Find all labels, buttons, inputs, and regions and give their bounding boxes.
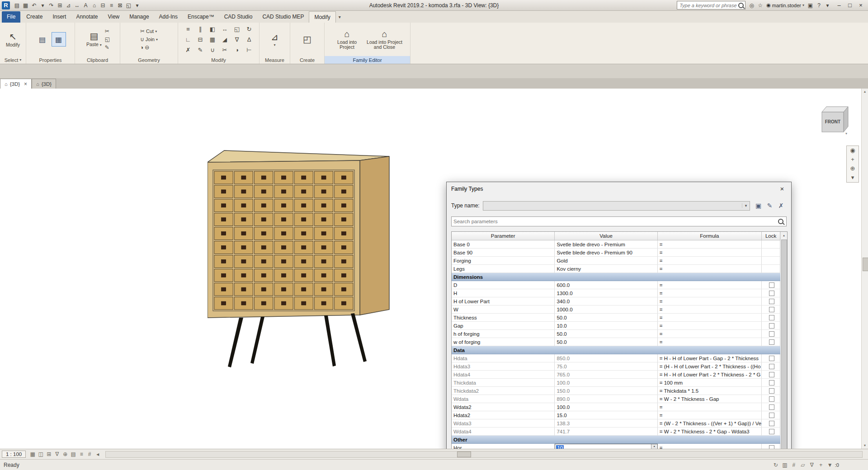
scroll-up-icon[interactable]: ▴ bbox=[864, 89, 866, 95]
parameter-formula[interactable]: = bbox=[658, 281, 762, 289]
app-store-icon[interactable]: ▣ bbox=[806, 1, 815, 9]
panel-label-modify[interactable]: Modify bbox=[178, 56, 259, 64]
column-header-parameter[interactable]: Parameter bbox=[452, 232, 555, 240]
parameter-value[interactable]: 15.0 bbox=[555, 411, 657, 419]
lock-checkbox[interactable] bbox=[769, 307, 774, 312]
parameter-formula[interactable]: = bbox=[658, 314, 762, 322]
grid-icon[interactable]: # bbox=[85, 451, 94, 457]
search-parameters-icon[interactable] bbox=[778, 219, 783, 224]
panel-label-clipboard[interactable]: Clipboard bbox=[75, 56, 120, 64]
scrollbar-thumb[interactable] bbox=[863, 258, 868, 271]
parameter-value[interactable]: 50.0 bbox=[555, 338, 657, 346]
paint-icon[interactable]: ◑ bbox=[140, 44, 143, 51]
parameter-value[interactable]: 850.0 bbox=[555, 354, 657, 362]
measure-button[interactable]: ⊿ ▾ bbox=[261, 32, 288, 47]
zoom-icon[interactable]: ⊕ bbox=[850, 165, 855, 172]
communication-center-icon[interactable]: ◎ bbox=[747, 1, 756, 9]
close-hidden-windows-icon[interactable]: ⊠ bbox=[116, 1, 124, 9]
parameter-value[interactable]: 100.0 bbox=[555, 379, 657, 387]
trim-extend-icon[interactable]: ∟ bbox=[182, 34, 194, 44]
parameter-formula[interactable]: = bbox=[658, 265, 762, 273]
ribbon-tab-add-ins[interactable]: Add-Ins bbox=[154, 11, 183, 23]
scroll-left-icon[interactable]: ◂ bbox=[94, 451, 102, 457]
paste-button[interactable]: ▤ Paste ▾ bbox=[85, 31, 103, 47]
search-icon[interactable] bbox=[738, 3, 744, 8]
dialog-close-button[interactable]: × bbox=[777, 184, 788, 193]
parameter-search-input[interactable] bbox=[452, 218, 778, 225]
parameter-value[interactable]: 1300.0 bbox=[555, 289, 657, 297]
lock-checkbox[interactable] bbox=[769, 323, 774, 329]
parameter-formula[interactable]: = bbox=[658, 297, 762, 306]
scale-icon[interactable]: ◢ bbox=[219, 34, 231, 44]
switch-windows-icon[interactable]: ◱ bbox=[124, 1, 133, 9]
save-icon[interactable]: ▦ bbox=[21, 1, 30, 9]
main-model-icon[interactable]: ⊞ bbox=[45, 451, 53, 457]
copy-icon[interactable]: ◱ bbox=[231, 24, 243, 34]
parameter-formula[interactable]: = 100 mm bbox=[658, 379, 762, 387]
design-options-icon[interactable]: ◫ bbox=[37, 451, 45, 457]
value-spinner[interactable]: ▴▾ bbox=[651, 444, 657, 449]
constraints-icon[interactable]: ≡ bbox=[77, 451, 85, 457]
select-links-toggle-icon[interactable]: # bbox=[790, 462, 798, 468]
type-name-combobox[interactable]: ▾ bbox=[483, 201, 750, 211]
parameter-formula[interactable]: = bbox=[658, 306, 762, 314]
drag-on-selection-icon[interactable]: + bbox=[817, 462, 825, 468]
close-button[interactable]: × bbox=[855, 1, 866, 10]
worksets-icon[interactable]: ▦ bbox=[28, 451, 37, 457]
parameter-formula[interactable]: = H - H of Lower Part - 2 * Thickness - … bbox=[658, 371, 762, 379]
parameter-value[interactable]: 100.0 bbox=[555, 403, 657, 411]
offset-icon[interactable]: ∥ bbox=[194, 24, 206, 34]
ribbon-tab-create[interactable]: Create bbox=[21, 11, 47, 23]
parameter-formula[interactable]: = H - H of Lower Part - Gap - 2 * Thickn… bbox=[658, 354, 762, 362]
lock-checkbox[interactable] bbox=[769, 299, 774, 304]
column-header-value[interactable]: Value bbox=[555, 232, 657, 240]
panel-label-select[interactable]: Select▾ bbox=[0, 56, 26, 64]
mirror-icon[interactable]: ◧ bbox=[207, 24, 218, 34]
match-type-icon[interactable]: ✎ bbox=[105, 44, 109, 51]
default-3d-view-icon[interactable]: ⌂ bbox=[90, 1, 99, 9]
undo-menu-icon[interactable]: ▾ bbox=[38, 1, 47, 9]
keynote-icon[interactable]: ▤ bbox=[69, 451, 77, 457]
viewcube-menu-icon[interactable]: ▾ bbox=[845, 132, 847, 136]
extend-icon[interactable]: ⊢ bbox=[243, 45, 255, 55]
navigation-bar[interactable]: ◉+⊕▾ bbox=[846, 146, 859, 183]
parameter-value[interactable]: 890.0 bbox=[555, 395, 657, 403]
favorites-icon[interactable]: ☆ bbox=[756, 1, 764, 9]
pan-icon[interactable]: + bbox=[851, 156, 854, 163]
thin-lines-icon[interactable]: ≡ bbox=[107, 1, 116, 9]
spinner-up-icon[interactable]: ▴ bbox=[654, 445, 655, 448]
snap-icon[interactable]: ⊕ bbox=[61, 451, 69, 457]
cabinet-3d-model[interactable] bbox=[208, 150, 390, 372]
scrollbar-thumb[interactable] bbox=[781, 240, 787, 449]
measure-icon[interactable]: ⊿ bbox=[64, 1, 73, 9]
dialog-title-bar[interactable]: Family Types × bbox=[447, 182, 791, 195]
minimize-button[interactable]: – bbox=[834, 1, 844, 10]
scroll-up-icon[interactable]: ▴ bbox=[781, 232, 787, 239]
viewcube[interactable]: FRONT ▾ bbox=[816, 103, 849, 136]
ribbon-tab-cad-studio[interactable]: CAD Studio bbox=[219, 11, 258, 23]
copy-icon[interactable]: ◱ bbox=[105, 36, 110, 42]
worksharing-icon[interactable]: ▥ bbox=[781, 462, 789, 468]
table-vertical-scrollbar[interactable]: ▴ ▾ bbox=[780, 232, 787, 449]
parameter-value[interactable]: 741.7 bbox=[555, 428, 657, 436]
lock-checkbox[interactable] bbox=[769, 356, 774, 361]
cut-geometry-button[interactable]: ✂ Cut ▾ bbox=[140, 28, 158, 35]
scroll-down-icon[interactable]: ▾ bbox=[864, 442, 866, 449]
panel-label-properties[interactable]: Properties bbox=[26, 56, 75, 64]
parameter-formula[interactable]: = bbox=[658, 257, 762, 265]
demolish-icon[interactable]: ⊖ bbox=[145, 44, 149, 51]
help-icon[interactable]: ? bbox=[815, 1, 823, 9]
cut-icon[interactable]: ✂ bbox=[105, 28, 109, 34]
parameter-formula[interactable]: = bbox=[658, 240, 762, 249]
parameter-value[interactable]: Svetle blede drevo - Premium 90 bbox=[555, 249, 657, 257]
family-types-button[interactable]: ▦ bbox=[52, 32, 66, 47]
parameter-formula[interactable]: = bbox=[658, 444, 762, 449]
view-tab[interactable]: ⌂{3D} bbox=[32, 79, 56, 89]
revit-logo[interactable]: R bbox=[2, 1, 10, 9]
delete-icon[interactable]: ✗ bbox=[182, 45, 194, 55]
column-header-lock[interactable]: Lock bbox=[762, 232, 780, 240]
full-navigation-wheel-icon[interactable]: ◉ bbox=[850, 147, 855, 154]
section-icon[interactable]: ⊟ bbox=[99, 1, 107, 9]
delete-type-icon[interactable]: ✗ bbox=[775, 201, 787, 211]
match-type-icon[interactable]: ✎ bbox=[194, 45, 206, 55]
